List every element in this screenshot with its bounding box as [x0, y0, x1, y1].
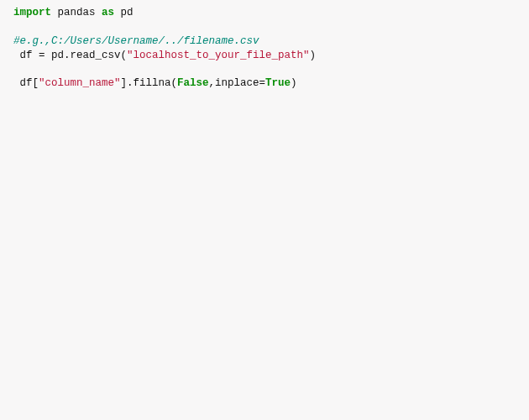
comment-line: #e.g.,C:/Users/Username/../filename.csv	[13, 35, 259, 47]
text-readcsv-prefix: df = pd.read_csv(	[13, 50, 127, 61]
string-filepath: "localhost_to_your_file_path"	[127, 50, 310, 61]
keyword-as: as	[102, 7, 114, 18]
keyword-false: False	[177, 77, 209, 89]
text-inplace: ,inplace=	[209, 77, 266, 89]
line-4: df = pd.read_csv("localhost_to_your_file…	[13, 50, 316, 61]
string-columnname: "column_name"	[39, 77, 121, 89]
keyword-import: import	[13, 7, 51, 18]
text-readcsv-suffix: )	[310, 50, 317, 61]
text-end-paren: )	[291, 77, 297, 89]
code-block: import pandas as pd #e.g.,C:/Users/Usern…	[13, 6, 516, 91]
text-alias: pd	[114, 7, 134, 18]
keyword-true: True	[265, 77, 291, 89]
text-df-prefix: df[	[13, 77, 39, 89]
line-6: df["column_name"].fillna(False,inplace=T…	[13, 77, 297, 89]
text-module: pandas	[51, 7, 102, 18]
line-1: import pandas as pd	[13, 7, 134, 18]
text-fillna: ].fillna(	[121, 77, 178, 89]
